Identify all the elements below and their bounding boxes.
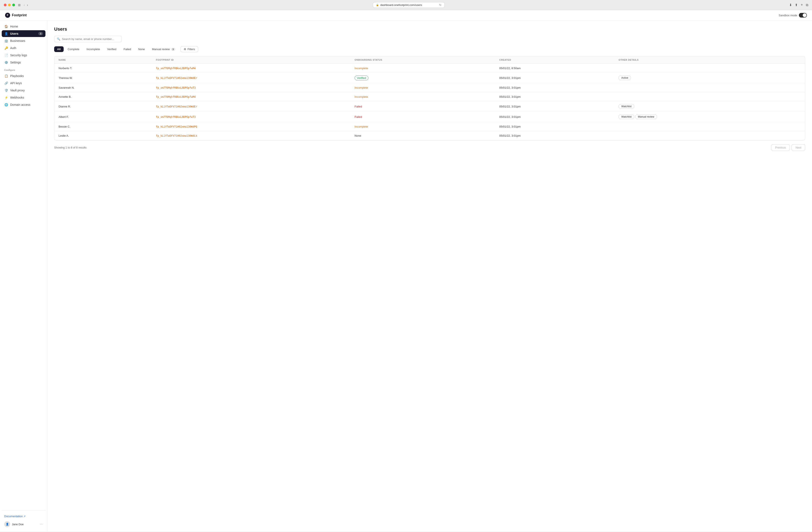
nav-users-label: Users: [10, 32, 18, 35]
tab-verified[interactable]: Verified: [104, 46, 119, 52]
traffic-light-green[interactable]: [12, 4, 15, 6]
cell-created: 05/01/22, 3:01pm: [495, 92, 614, 101]
previous-button[interactable]: Previous: [771, 144, 790, 151]
nav-playbooks[interactable]: 📋 Playbooks: [2, 73, 45, 79]
windows-button[interactable]: ⧉: [806, 3, 808, 7]
cell-status: Verified: [350, 73, 495, 83]
cell-name: Savannah N.: [54, 83, 151, 92]
nav-security-logs-label: Security logs: [10, 54, 27, 57]
status-badge: None: [354, 134, 361, 137]
browser-chrome: ⊞ ‹ › 🔒 dashboard.onefootprint.com/users…: [0, 0, 812, 10]
page-title: Users: [54, 26, 805, 32]
cell-created: 05/01/22, 3:01pm: [495, 122, 614, 131]
users-table: NAME FOOTPRINT ID ONBOARDING STATUS CREA…: [54, 56, 805, 140]
tab-all[interactable]: All: [54, 46, 64, 52]
table-row[interactable]: Annette B.fp_xm7T6MqhfRBkxL0DPOpfwM4Inco…: [54, 92, 805, 101]
filters-label: Filters: [188, 47, 195, 51]
search-icon: 🔍: [57, 38, 60, 41]
cell-status: Incomplete: [350, 83, 495, 92]
cell-status: Failed: [350, 112, 495, 122]
status-badge: Incomplete: [354, 86, 368, 89]
new-tab-button[interactable]: +: [801, 3, 803, 7]
cell-details: Active: [614, 73, 805, 83]
users-badge: 3: [38, 32, 43, 35]
tab-complete[interactable]: Complete: [64, 46, 83, 52]
tab-incomplete[interactable]: Incomplete: [83, 46, 103, 52]
cell-fp-id: fp_xm7T6MqhfRBkxL0DPOpfwT3: [151, 83, 350, 92]
playbooks-icon: 📋: [4, 74, 8, 77]
table-row[interactable]: Norberto T.fp_xm7T6MqhfRBkxL0DPOpfwM4Inc…: [54, 64, 805, 73]
nav-auth[interactable]: 🔑 Auth: [2, 45, 45, 52]
cell-fp-id: fp_kLiYTeDFV71H92xma130WdEr: [151, 101, 350, 112]
sidebar-toggle-button[interactable]: ⊞: [17, 3, 21, 8]
cell-name: Theresa W.: [54, 73, 151, 83]
documentation-link[interactable]: Documentation ↗: [2, 513, 45, 519]
status-badge: Incomplete: [354, 95, 368, 98]
share-button[interactable]: ⬆: [795, 3, 798, 7]
back-button[interactable]: ‹: [24, 3, 25, 7]
filter-icon: ⚙: [184, 47, 186, 51]
user-profile[interactable]: 👤 Jane Doe ···: [2, 519, 45, 529]
filter-tabs: All Complete Incomplete Verified Failed …: [54, 46, 805, 52]
nav-vault-proxy[interactable]: 🛡️ Vault proxy: [2, 87, 45, 94]
pagination: Showing 1 to 8 of 8 results Previous Nex…: [54, 144, 805, 151]
address-bar[interactable]: 🔒 dashboard.onefootprint.com/users ↻: [373, 2, 445, 8]
table-row[interactable]: Leslie A.fp_kLiYTeDFV71H92xma130WdLkNone…: [54, 131, 805, 140]
main-content: Users 🔍 All Complete Incomplete Verified…: [47, 20, 812, 531]
tab-none[interactable]: None: [135, 46, 148, 52]
col-created: CREATED: [495, 56, 614, 64]
nav-businesses[interactable]: 🏢 Businesses: [2, 38, 45, 44]
cell-name: Albert F.: [54, 112, 151, 122]
search-bar[interactable]: 🔍: [54, 36, 122, 42]
api-keys-icon: 🔗: [4, 82, 8, 85]
cell-created: 05/01/22, 3:01pm: [495, 83, 614, 92]
cell-status: Failed: [350, 101, 495, 112]
col-name: NAME: [54, 56, 151, 64]
nav-playbooks-label: Playbooks: [10, 74, 24, 77]
table-row[interactable]: Theresa W.fp_kLiYTeDFV71H92xma130WdErVer…: [54, 73, 805, 83]
nav-settings-label: Settings: [10, 61, 21, 64]
nav-webhooks[interactable]: ⚡ Webhooks: [2, 94, 45, 101]
toggle-switch[interactable]: [799, 13, 807, 17]
nav-security-logs[interactable]: 📄 Security logs: [2, 52, 45, 59]
download-button[interactable]: ⬇: [789, 3, 792, 7]
app-body: 🏠 Home 👤 Users 3 🏢 Businesses 🔑 Auth 📄 S…: [0, 20, 812, 531]
nav-api-keys[interactable]: 🔗 API keys: [2, 80, 45, 87]
sandbox-mode-toggle[interactable]: Sandbox mode: [779, 13, 807, 17]
cell-fp-id: fp_kLiYTeDFV71H92xma130WdEr: [151, 73, 350, 83]
home-icon: 🏠: [4, 25, 8, 28]
nav-webhooks-label: Webhooks: [10, 96, 24, 99]
col-status: ONBOARDING STATUS: [350, 56, 495, 64]
documentation-label: Documentation: [4, 515, 23, 518]
forward-button[interactable]: ›: [27, 3, 28, 7]
table-row[interactable]: Bessie C.fp_kLiYTeDFV71H92xma130WdPQInco…: [54, 122, 805, 131]
status-badge: Failed: [354, 105, 362, 108]
table-row[interactable]: Savannah N.fp_xm7T6MqhfRBkxL0DPOpfwT3Inc…: [54, 83, 805, 92]
tab-failed[interactable]: Failed: [120, 46, 134, 52]
filters-button[interactable]: ⚙ Filters: [180, 46, 198, 52]
manual-review-count: 3: [171, 48, 175, 51]
cell-details: [614, 122, 805, 131]
tab-manual-review[interactable]: Manual review 3: [149, 46, 178, 52]
detail-badge: Active: [619, 75, 631, 80]
traffic-light-yellow[interactable]: [8, 4, 11, 6]
table-row[interactable]: Albert F.fp_xm7T6MqhfRBkxL0DPOpfwT3Faile…: [54, 112, 805, 122]
sidebar: 🏠 Home 👤 Users 3 🏢 Businesses 🔑 Auth 📄 S…: [0, 20, 47, 531]
traffic-light-red[interactable]: [4, 4, 6, 6]
cell-status: None: [350, 131, 495, 140]
user-more-icon[interactable]: ···: [40, 522, 43, 526]
app-header: F Footprint Sandbox mode: [0, 10, 812, 20]
cell-fp-id: fp_xm7T6MqhfRBkxL0DPOpfwT3: [151, 112, 350, 122]
nav-home[interactable]: 🏠 Home: [2, 23, 45, 30]
table-header-row: NAME FOOTPRINT ID ONBOARDING STATUS CREA…: [54, 56, 805, 64]
nav-domain-access[interactable]: 🌐 Domain access: [2, 101, 45, 108]
cell-fp-id: fp_kLiYTeDFV71H92xma130WdLk: [151, 131, 350, 140]
table-row[interactable]: Dianne R.fp_kLiYTeDFV71H92xma130WdErFail…: [54, 101, 805, 112]
nav-settings[interactable]: ⚙️ Settings: [2, 59, 45, 66]
reload-button[interactable]: ↻: [439, 3, 441, 6]
table-wrapper: NAME FOOTPRINT ID ONBOARDING STATUS CREA…: [54, 56, 805, 141]
search-input[interactable]: [62, 38, 119, 41]
next-button[interactable]: Next: [792, 144, 805, 151]
nav-home-label: Home: [10, 25, 18, 28]
nav-users[interactable]: 👤 Users 3: [2, 30, 45, 37]
